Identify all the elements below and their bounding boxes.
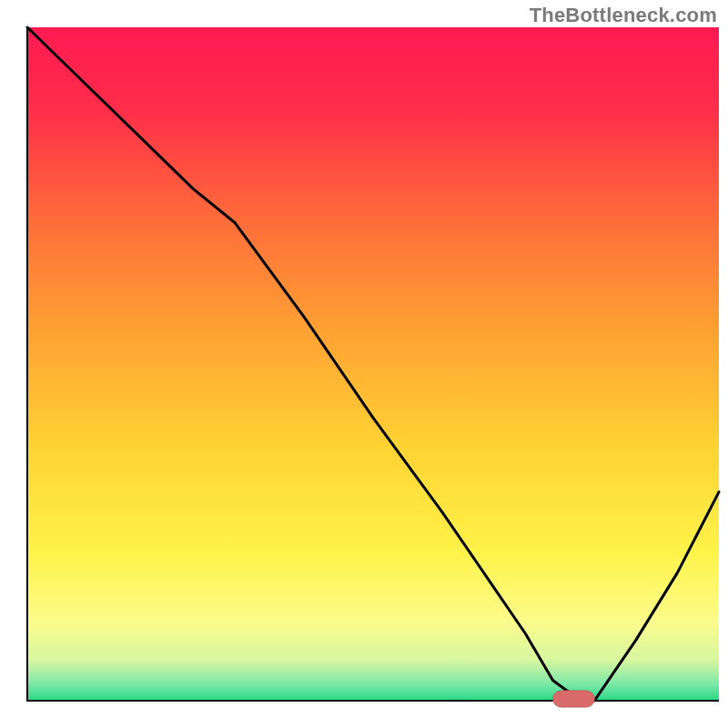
chart-svg: [0, 0, 728, 728]
optimal-range-marker: [553, 691, 595, 707]
chart-container: TheBottleneck.com: [0, 0, 728, 728]
watermark-text: TheBottleneck.com: [530, 4, 717, 27]
